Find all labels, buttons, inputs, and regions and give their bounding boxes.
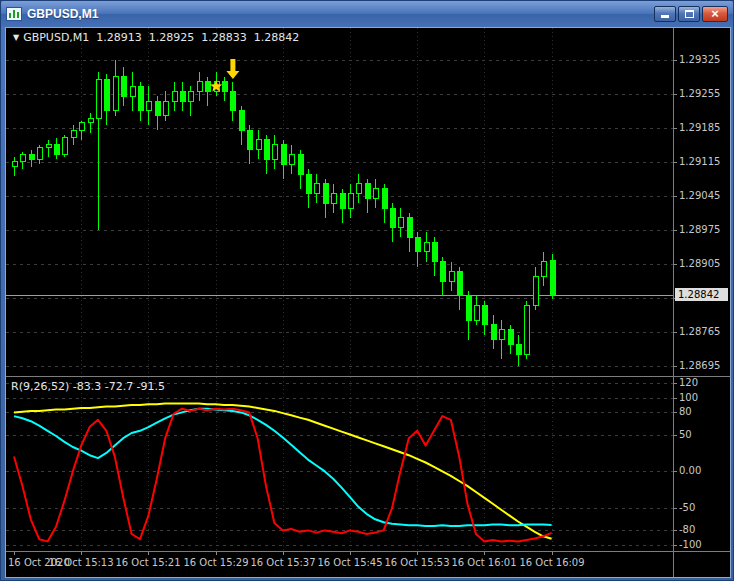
time-label: 16 Oct 15:53 — [384, 557, 449, 568]
price-label: 1.29045 — [679, 190, 720, 202]
time-tick — [350, 552, 351, 555]
axis-tick — [674, 366, 677, 367]
price-label: 1.28975 — [679, 224, 720, 236]
time-label: 16 Oct 16:01 — [451, 557, 516, 568]
time-tick — [81, 552, 82, 555]
indicator-scale-label: 0.00 — [679, 465, 701, 477]
price-label: 1.29255 — [679, 88, 720, 100]
price-label: 1.29115 — [679, 156, 720, 168]
pane-separator[interactable] — [6, 376, 730, 377]
axis-tick — [674, 508, 677, 509]
axis-tick — [674, 545, 677, 546]
window-title: GBPUSD,M1 — [27, 7, 647, 21]
ohlc-info: ▼GBPUSD,M11.289131.289251.288331.28842 — [13, 31, 306, 44]
axis-tick — [674, 383, 677, 384]
ohlc-low: 1.28833 — [201, 31, 247, 44]
maximize-icon — [685, 10, 694, 18]
axis-tick — [674, 196, 677, 197]
time-label: 16 Oct 15:45 — [317, 557, 382, 568]
ohlc-close: 1.28842 — [254, 31, 300, 44]
time-tick — [417, 552, 418, 555]
time-label: 16 Oct 16:09 — [519, 557, 584, 568]
minimize-icon — [661, 15, 669, 18]
current-price-tag: 1.28842 — [675, 288, 728, 301]
ohlc-symbol: GBPUSD,M1 — [23, 31, 89, 44]
axis-tick — [674, 94, 677, 95]
close-icon: × — [711, 7, 719, 20]
window-controls: × — [652, 6, 728, 22]
indicator-scale-label: -50 — [679, 502, 695, 514]
time-tick — [216, 552, 217, 555]
time-axis[interactable]: 16 Oct 202016 Oct 15:1316 Oct 15:2116 Oc… — [6, 552, 673, 577]
axis-tick — [674, 230, 677, 231]
chart-client-area: ▼GBPUSD,M11.289131.289251.288331.28842 R… — [5, 27, 731, 578]
axis-tick — [674, 435, 677, 436]
axis-tick — [674, 398, 677, 399]
chart-icon — [6, 7, 22, 21]
window-titlebar[interactable]: GBPUSD,M1 × — [1, 1, 733, 27]
indicator-label: R(9,26,52) -83.3 -72.7 -91.5 — [11, 380, 165, 393]
price-label: 1.28765 — [679, 326, 720, 338]
minimize-button[interactable] — [654, 6, 676, 22]
indicator-scale-label: 100 — [679, 392, 698, 404]
time-label: 16 Oct 15:21 — [115, 557, 180, 568]
time-label: 16 Oct 15:13 — [48, 557, 113, 568]
indicator-scale-label: 80 — [679, 406, 692, 418]
time-tick — [148, 552, 149, 555]
mt4-chart-window: GBPUSD,M1 × ▼GBPUSD,M11.289131.289251.28… — [0, 0, 734, 581]
indicator-scale-label: 50 — [679, 429, 692, 441]
indicator-scale-label: 120 — [679, 377, 698, 389]
price-label: 1.28905 — [679, 258, 720, 270]
price-chart-canvas[interactable] — [6, 28, 673, 376]
time-tick — [552, 552, 553, 555]
indicator-scale-label: -100 — [679, 539, 702, 551]
price-axis[interactable]: 1.293251.292551.291851.291151.290451.289… — [674, 28, 730, 577]
symbol-dropdown-icon[interactable]: ▼ — [13, 33, 19, 42]
time-tick — [14, 552, 15, 555]
time-label: 16 Oct 15:29 — [183, 557, 248, 568]
axis-tick — [674, 530, 677, 531]
axis-tick — [674, 471, 677, 472]
time-tick — [484, 552, 485, 555]
indicator-scale-label: -80 — [679, 524, 695, 536]
axis-tick — [674, 412, 677, 413]
time-tick — [283, 552, 284, 555]
axis-tick — [674, 264, 677, 265]
axis-tick — [674, 60, 677, 61]
price-label: 1.29325 — [679, 54, 720, 66]
ohlc-open: 1.28913 — [96, 31, 142, 44]
price-label: 1.28695 — [679, 360, 720, 372]
indicator-chart-canvas[interactable] — [6, 377, 673, 551]
axis-tick — [674, 332, 677, 333]
time-label: 16 Oct 15:37 — [250, 557, 315, 568]
ohlc-high: 1.28925 — [149, 31, 195, 44]
maximize-button[interactable] — [678, 6, 700, 22]
axis-tick — [674, 162, 677, 163]
close-button[interactable]: × — [702, 6, 728, 22]
price-label: 1.29185 — [679, 122, 720, 134]
axis-tick — [674, 128, 677, 129]
